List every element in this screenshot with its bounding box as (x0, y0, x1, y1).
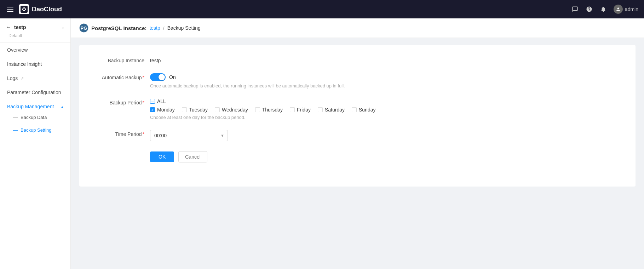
top-navigation: DaoCloud admin (0, 0, 644, 18)
sidebar-item-backup-management[interactable]: Backup Management ▴ (0, 99, 70, 111)
sidebar-sub-item-backup-data[interactable]: — Backup Data (0, 111, 70, 124)
sidebar-item-instance-insight[interactable]: Instance Insight (0, 57, 70, 71)
required-star-2: * (143, 100, 144, 105)
saturday-checkbox[interactable] (318, 107, 323, 112)
external-link-icon: ↗ (21, 76, 24, 81)
backup-setting-form: Backup Instance testp Automatic Backup* … (79, 45, 636, 187)
checkbox-sunday[interactable]: Sunday (352, 107, 375, 113)
days-hint: Choose at least one day for the backup p… (150, 115, 375, 120)
automatic-backup-row: Automatic Backup* On Once automatic back… (93, 73, 621, 88)
cancel-button[interactable]: Cancel (178, 151, 207, 162)
avatar (614, 5, 623, 14)
sunday-checkbox[interactable] (352, 107, 357, 112)
sunday-label: Sunday (359, 107, 375, 113)
checkbox-tuesday[interactable]: Tuesday (182, 107, 208, 113)
form-actions: OK Cancel (150, 151, 621, 162)
sidebar-item-logs-label: Logs (7, 75, 18, 81)
friday-checkbox[interactable] (290, 107, 295, 112)
automatic-backup-control: On Once automatic backup is enabled, the… (150, 73, 345, 88)
checkbox-thursday[interactable]: Thursday (255, 107, 283, 113)
brand-logo: DaoCloud (19, 4, 62, 14)
sidebar-item-parameter-configuration-label: Parameter Configuration (7, 90, 61, 95)
time-period-select[interactable]: 00:00 01:00 02:00 03:00 04:00 05:00 06:0… (150, 130, 228, 141)
time-period-select-wrap: 00:00 01:00 02:00 03:00 04:00 05:00 06:0… (150, 130, 228, 141)
sidebar-instance-name: testp (14, 24, 26, 30)
backup-instance-value: testp (150, 56, 161, 63)
tuesday-label: Tuesday (189, 107, 208, 113)
sidebar-item-overview-label: Overview (7, 47, 28, 53)
sidebar-instance-tag: Default (0, 33, 70, 42)
breadcrumb-prefix: PostgreSQL Instance: (91, 25, 146, 31)
user-name: admin (625, 6, 638, 12)
brand-name: DaoCloud (32, 6, 62, 13)
time-period-label: Time Period* (93, 130, 150, 137)
toggle-knob (159, 74, 165, 80)
automatic-backup-hint: Once automatic backup is enabled, the ru… (150, 83, 345, 88)
all-checkbox[interactable] (150, 99, 155, 104)
collapse-icon: ▴ (61, 104, 63, 109)
sidebar-sub-item-backup-data-label: Backup Data (21, 115, 47, 120)
svg-point-1 (23, 8, 25, 10)
tuesday-checkbox[interactable] (182, 107, 187, 112)
sidebar: ← testp ⌄ Default Overview Instance Insi… (0, 18, 71, 269)
time-period-row: Time Period* 00:00 01:00 02:00 03:00 04:… (93, 130, 621, 141)
friday-label: Friday (297, 107, 311, 113)
sidebar-instance-header[interactable]: ← testp ⌄ (0, 18, 70, 33)
backup-instance-row: Backup Instance testp (93, 56, 621, 63)
user-menu[interactable]: admin (614, 5, 638, 14)
bell-icon[interactable] (599, 5, 607, 13)
wednesday-checkbox[interactable] (215, 107, 220, 112)
wednesday-label: Wednesday (222, 107, 248, 113)
chevron-down-icon: ⌄ (61, 25, 65, 30)
monday-checkbox[interactable] (150, 107, 155, 112)
sidebar-item-parameter-configuration[interactable]: Parameter Configuration (0, 85, 70, 99)
sidebar-sub-item-backup-setting-label: Backup Setting (21, 127, 51, 133)
menu-toggle[interactable] (6, 5, 15, 13)
breadcrumb: PG PostgreSQL Instance: testp / Backup S… (71, 18, 644, 38)
chat-icon[interactable] (571, 5, 579, 13)
checkbox-saturday[interactable]: Saturday (318, 107, 345, 113)
automatic-backup-toggle[interactable] (150, 73, 166, 81)
thursday-checkbox[interactable] (255, 107, 260, 112)
backup-period-control: ALL Monday Tuesday Wednesd (150, 98, 375, 120)
sidebar-item-instance-insight-label: Instance Insight (7, 61, 42, 67)
back-icon[interactable]: ← (6, 24, 11, 30)
saturday-label: Saturday (325, 107, 345, 113)
toggle-state-label: On (169, 74, 176, 80)
breadcrumb-current: Backup Setting (167, 25, 201, 31)
backup-instance-label: Backup Instance (93, 56, 150, 63)
backup-period-label: Backup Period* (93, 98, 150, 105)
breadcrumb-instance[interactable]: testp (149, 25, 160, 31)
ok-button[interactable]: OK (150, 151, 174, 162)
period-all-option[interactable]: ALL (150, 98, 375, 104)
sidebar-sub-item-backup-setting[interactable]: — Backup Setting (0, 124, 70, 136)
postgres-icon: PG (79, 23, 88, 33)
sidebar-item-overview[interactable]: Overview (0, 43, 70, 57)
monday-label: Monday (157, 107, 175, 113)
checkbox-monday[interactable]: Monday (150, 107, 175, 113)
main-content: PG PostgreSQL Instance: testp / Backup S… (71, 18, 644, 269)
sidebar-item-backup-management-label: Backup Management (7, 104, 54, 109)
required-star: * (143, 75, 144, 80)
backup-period-row: Backup Period* ALL Monday T (93, 98, 621, 120)
svg-text:PG: PG (81, 25, 87, 31)
all-label: ALL (157, 98, 166, 104)
dash-icon-2: — (13, 127, 18, 133)
thursday-label: Thursday (262, 107, 283, 113)
automatic-backup-label: Automatic Backup* (93, 73, 150, 80)
required-star-3: * (143, 131, 144, 137)
help-icon[interactable] (585, 5, 593, 13)
checkbox-friday[interactable]: Friday (290, 107, 311, 113)
dash-icon: — (13, 114, 18, 120)
sidebar-item-logs[interactable]: Logs ↗ (0, 71, 70, 85)
breadcrumb-separator: / (163, 25, 165, 31)
checkbox-wednesday[interactable]: Wednesday (215, 107, 248, 113)
days-checkbox-group: Monday Tuesday Wednesday Thursday (150, 107, 375, 113)
